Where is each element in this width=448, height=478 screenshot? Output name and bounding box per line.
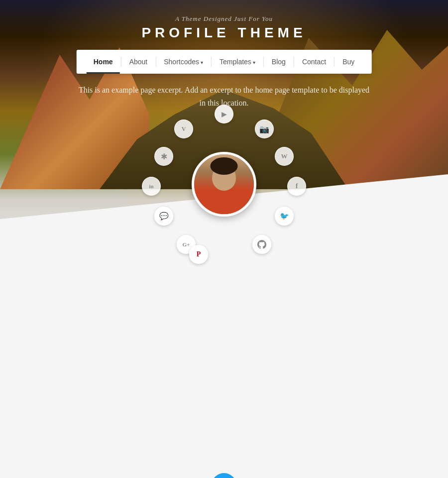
tagline-container: A Theme Designed Just For You PROFILE TH… <box>0 15 448 41</box>
hero-section: A Theme Designed Just For You PROFILE TH… <box>0 0 448 249</box>
chat-icon[interactable]: 💬 <box>154 207 173 226</box>
avatar <box>192 152 256 217</box>
wordpress-icon[interactable]: W <box>275 147 294 166</box>
nav-link-about[interactable]: About <box>122 50 155 74</box>
vine-icon[interactable]: V <box>174 120 193 138</box>
nav-item-home[interactable]: Home <box>87 50 120 74</box>
github-icon[interactable] <box>252 235 271 254</box>
nav-item-templates[interactable]: Templates▾ <box>213 50 262 74</box>
pinterest-icon[interactable]: P <box>189 245 208 264</box>
nav-sep-6 <box>334 57 335 67</box>
nav-sep-4 <box>263 57 264 67</box>
avatar-image <box>194 154 254 214</box>
nav-item-about[interactable]: About <box>122 50 155 74</box>
nav-item-buy[interactable]: Buy <box>336 50 361 74</box>
nav-sep-2 <box>155 57 156 67</box>
nav-item-shortcodes[interactable]: Shortcodes▾ <box>157 50 210 74</box>
nav-link-contact[interactable]: Contact <box>295 50 333 74</box>
nav-link-blog[interactable]: Blog <box>265 50 293 74</box>
nav-link-templates[interactable]: Templates▾ <box>213 50 262 74</box>
facebook-icon[interactable]: f <box>287 177 306 196</box>
delicious-icon[interactable]: ✱ <box>154 147 173 166</box>
nav-sep-1 <box>121 57 121 67</box>
nav-link-home[interactable]: Home <box>87 50 120 74</box>
twitter-big-icon[interactable] <box>212 473 236 478</box>
nav-menu: Home About Shortcodes▾ Templates▾ Blog C… <box>87 50 362 74</box>
youtube-icon[interactable]: ▶ <box>215 105 233 123</box>
nav-link-shortcodes[interactable]: Shortcodes▾ <box>157 50 210 74</box>
nav-sep-5 <box>294 57 294 67</box>
nav-sep-3 <box>211 57 212 67</box>
nav-item-blog[interactable]: Blog <box>265 50 293 74</box>
twitter-small-icon[interactable]: 🐦 <box>275 207 294 226</box>
nav-link-buy[interactable]: Buy <box>336 50 361 74</box>
tagline-sub: A Theme Designed Just For You <box>0 15 448 23</box>
nav-item-contact[interactable]: Contact <box>295 50 333 74</box>
navigation-container: Home About Shortcodes▾ Templates▾ Blog C… <box>77 50 372 74</box>
linkedin-icon[interactable]: in <box>142 177 161 196</box>
tagline-main: PROFILE THEME <box>0 25 448 41</box>
social-ring: ▶ V 📷 ✱ W in f 💬 🐦 G+ P <box>149 110 299 259</box>
instagram-icon[interactable]: 📷 <box>255 120 274 138</box>
